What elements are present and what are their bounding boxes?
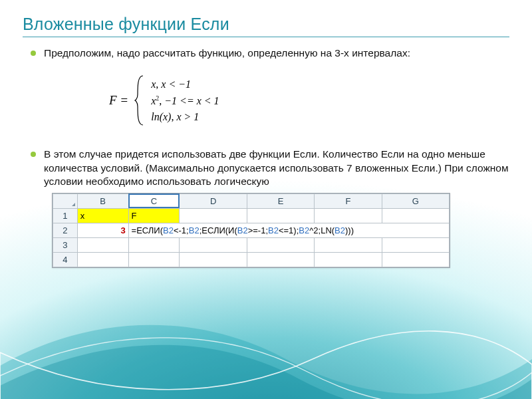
col-header-c[interactable]: C (128, 194, 180, 208)
cell-e1[interactable] (247, 208, 314, 223)
cell-c2-formula[interactable]: =ЕСЛИ(B2<-1;B2;ЕСЛИ(И(B2>=-1;B2<=1);B2^2… (128, 223, 449, 237)
cell-f1[interactable] (315, 208, 382, 223)
cell-b3[interactable] (77, 237, 128, 252)
bullet-list-2: В этом случае придется использовать две … (23, 148, 509, 188)
row-header-4[interactable]: 4 (53, 252, 78, 267)
cell-d1[interactable] (180, 208, 247, 223)
formula-lhs: F = (109, 93, 128, 108)
cell-f4[interactable] (315, 252, 382, 267)
cell-c3[interactable] (128, 237, 180, 252)
case-1: x, x < −1 (151, 78, 219, 90)
cell-e3[interactable] (247, 237, 314, 252)
spreadsheet-fragment: B C D E F G 1 x F 2 3 =ЕСЛИ(B2<-1;B2; (52, 193, 450, 268)
cell-c1[interactable]: F (128, 208, 180, 223)
cell-g3[interactable] (382, 237, 449, 252)
bullet-1: Предположим, надо рассчитать функцию, оп… (31, 47, 509, 60)
row-4: 4 (53, 252, 450, 267)
col-header-f[interactable]: F (315, 194, 382, 208)
cell-c4[interactable] (128, 252, 180, 267)
cell-g4[interactable] (382, 252, 449, 267)
cell-g1[interactable] (382, 208, 449, 223)
col-header-g[interactable]: G (382, 194, 449, 208)
slide-title: Вложенные функции Если (23, 15, 509, 34)
slide-content: Вложенные функции Если Предположим, надо… (0, 0, 532, 399)
col-header-b[interactable]: B (77, 194, 128, 208)
row-2: 2 3 =ЕСЛИ(B2<-1;B2;ЕСЛИ(И(B2>=-1;B2<=1);… (53, 223, 450, 237)
row-header-1[interactable]: 1 (53, 208, 78, 223)
cell-b2[interactable]: 3 (77, 223, 128, 237)
left-brace-icon (134, 74, 146, 126)
row-header-3[interactable]: 3 (53, 237, 78, 252)
row-3: 3 (53, 237, 450, 252)
cell-e4[interactable] (247, 252, 314, 267)
cell-b1[interactable]: x (77, 208, 128, 223)
row-1: 1 x F (53, 208, 450, 223)
cell-d4[interactable] (180, 252, 247, 267)
cell-d3[interactable] (180, 237, 247, 252)
bullet-list: Предположим, надо рассчитать функцию, оп… (23, 47, 509, 60)
case-3: ln(x), x > 1 (151, 111, 219, 123)
header-row: B C D E F G (53, 194, 450, 208)
title-underline (23, 37, 509, 37)
case-2: x2, −1 <= x < 1 (151, 94, 219, 107)
cell-f3[interactable] (315, 237, 382, 252)
select-all-corner[interactable] (53, 194, 78, 208)
row-header-2[interactable]: 2 (53, 223, 78, 237)
col-header-d[interactable]: D (180, 194, 247, 208)
formula-cases: x, x < −1 x2, −1 <= x < 1 ln(x), x > 1 (151, 78, 219, 123)
cell-b4[interactable] (77, 252, 128, 267)
bullet-2: В этом случае придется использовать две … (31, 148, 509, 188)
col-header-e[interactable]: E (247, 194, 314, 208)
piecewise-formula: F = x, x < −1 x2, −1 <= x < 1 ln(x), x >… (102, 68, 237, 133)
